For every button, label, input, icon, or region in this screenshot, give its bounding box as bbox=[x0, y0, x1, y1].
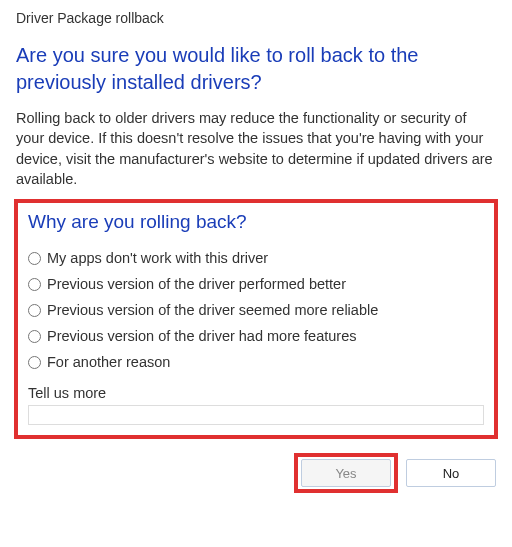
no-button-wrap: No bbox=[406, 453, 496, 493]
yes-button-highlight: Yes bbox=[294, 453, 398, 493]
reason-label: For another reason bbox=[47, 354, 170, 370]
reason-option[interactable]: Previous version of the driver had more … bbox=[28, 323, 484, 349]
reason-radio-another[interactable] bbox=[28, 356, 41, 369]
tell-more-label: Tell us more bbox=[28, 375, 484, 405]
reason-label: Previous version of the driver performed… bbox=[47, 276, 346, 292]
reason-option[interactable]: For another reason bbox=[28, 349, 484, 375]
reason-radio-apps[interactable] bbox=[28, 252, 41, 265]
dialog-heading: Are you sure you would like to roll back… bbox=[14, 40, 498, 108]
dialog-window: Driver Package rollback Are you sure you… bbox=[0, 0, 512, 511]
reason-option[interactable]: Previous version of the driver seemed mo… bbox=[28, 297, 484, 323]
reason-label: Previous version of the driver had more … bbox=[47, 328, 356, 344]
reason-radio-more-reliable[interactable] bbox=[28, 304, 41, 317]
tell-more-input[interactable] bbox=[28, 405, 484, 425]
yes-button[interactable]: Yes bbox=[301, 459, 391, 487]
window-title: Driver Package rollback bbox=[14, 10, 498, 40]
reason-option[interactable]: My apps don't work with this driver bbox=[28, 245, 484, 271]
reason-heading: Why are you rolling back? bbox=[28, 211, 484, 245]
no-button[interactable]: No bbox=[406, 459, 496, 487]
reason-radio-more-features[interactable] bbox=[28, 330, 41, 343]
reason-section-highlight: Why are you rolling back? My apps don't … bbox=[14, 199, 498, 439]
reason-label: My apps don't work with this driver bbox=[47, 250, 268, 266]
reason-label: Previous version of the driver seemed mo… bbox=[47, 302, 378, 318]
dialog-body-text: Rolling back to older drivers may reduce… bbox=[14, 108, 498, 197]
reason-radio-performed-better[interactable] bbox=[28, 278, 41, 291]
reason-option[interactable]: Previous version of the driver performed… bbox=[28, 271, 484, 297]
dialog-button-row: Yes No bbox=[14, 453, 498, 493]
